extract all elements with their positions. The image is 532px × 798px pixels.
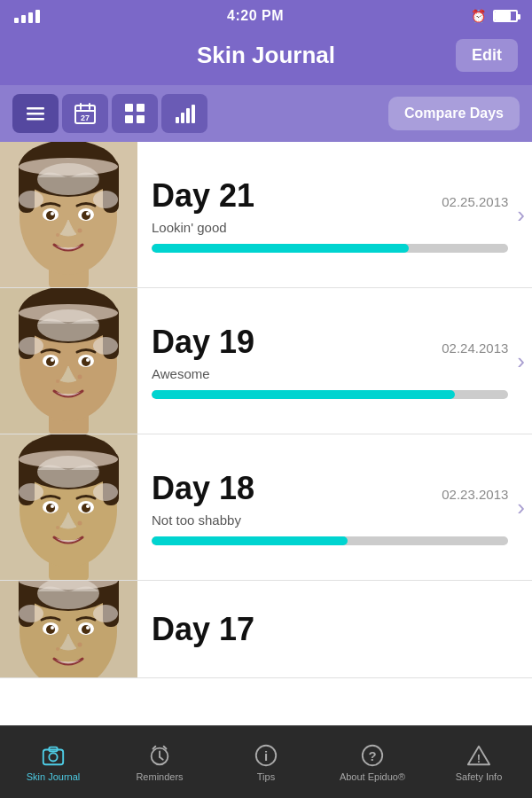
svg-rect-1	[27, 113, 44, 115]
svg-rect-11	[137, 115, 145, 123]
svg-text:i: i	[264, 747, 268, 763]
svg-point-31	[37, 163, 99, 195]
progress-bar-fill	[152, 536, 348, 545]
compare-days-button[interactable]: Compare Days	[388, 97, 520, 130]
nav-reminders[interactable]: Reminders	[106, 726, 213, 798]
entry-date: 02.24.2013	[442, 340, 508, 356]
svg-rect-14	[186, 108, 190, 123]
journal-list: Day 21 02.25.2013 Lookin' good ›	[0, 142, 532, 678]
camera-icon	[41, 743, 66, 768]
svg-point-65	[78, 520, 82, 525]
svg-line-93	[160, 756, 163, 759]
entry-photo	[0, 288, 137, 434]
svg-point-43	[46, 357, 55, 366]
grid-icon	[122, 101, 147, 126]
entry-date: 02.23.2013	[442, 487, 508, 502]
svg-point-86	[19, 605, 43, 622]
signal-icon	[14, 10, 40, 23]
entry-header-row: Day 21 02.25.2013	[152, 177, 508, 215]
svg-point-87	[93, 605, 118, 622]
journal-entry[interactable]: Day 21 02.25.2013 Lookin' good ›	[0, 142, 532, 288]
battery-icon	[493, 10, 518, 22]
entry-content: Day 19 02.24.2013 Awesome	[137, 311, 517, 411]
info-icon: i	[254, 743, 278, 768]
journal-entry[interactable]: Day 19 02.24.2013 Awesome ›	[0, 288, 532, 434]
entry-chevron-icon: ›	[517, 494, 532, 521]
journal-entry[interactable]: Day 18 02.23.2013 Not too shabby ›	[0, 434, 532, 581]
svg-point-45	[51, 358, 54, 362]
svg-point-82	[86, 626, 90, 630]
svg-point-50	[19, 337, 43, 355]
entry-content: Day 18 02.23.2013 Not too shabby	[137, 458, 517, 558]
progress-bar	[152, 390, 508, 399]
svg-point-44	[82, 357, 90, 366]
entry-chevron-icon: ›	[517, 201, 532, 229]
app-header: Skin Journal Edit	[0, 32, 532, 85]
grid-view-button[interactable]	[112, 94, 158, 133]
svg-point-27	[51, 212, 54, 215]
toolbar-icon-group: 27	[12, 94, 207, 133]
svg-point-47	[78, 374, 82, 379]
edit-button[interactable]: Edit	[456, 39, 518, 72]
progress-bar	[152, 244, 508, 253]
nav-about-epiduo-label: About Epiduo®	[340, 771, 405, 782]
progress-bar-fill	[152, 390, 455, 399]
svg-text:27: 27	[81, 113, 90, 122]
entry-mood: Not too shabby	[152, 512, 508, 528]
entry-header-row: Day 18 02.23.2013	[152, 470, 508, 507]
entry-day: Day 21	[152, 177, 254, 215]
question-icon: ?	[360, 743, 385, 768]
svg-point-33	[93, 191, 118, 208]
warning-icon: !	[466, 743, 491, 768]
svg-rect-9	[137, 104, 145, 112]
entry-chevron-icon: ›	[517, 348, 532, 375]
svg-point-79	[46, 625, 55, 634]
svg-point-63	[51, 505, 54, 508]
nav-about-epiduo[interactable]: ? About Epiduo®	[319, 726, 426, 798]
nav-skin-journal[interactable]: Skin Journal	[0, 726, 106, 798]
svg-point-81	[51, 626, 54, 630]
list-icon	[23, 101, 48, 126]
entry-mood: Awesome	[152, 366, 508, 381]
nav-safety-info-label: Safety Info	[456, 771, 503, 782]
entry-day: Day 17	[152, 611, 254, 648]
svg-rect-12	[176, 117, 179, 123]
svg-rect-2	[27, 118, 44, 121]
svg-rect-0	[27, 107, 44, 110]
svg-rect-10	[125, 115, 133, 123]
svg-point-80	[82, 625, 90, 634]
entry-day: Day 18	[152, 470, 254, 507]
status-bar: 4:20 PM ⏰	[0, 0, 532, 32]
svg-point-32	[19, 191, 43, 208]
svg-point-66	[56, 526, 59, 529]
svg-point-68	[19, 483, 43, 501]
svg-point-30	[56, 233, 59, 237]
chart-view-button[interactable]	[161, 94, 207, 133]
entry-content: Day 21 02.25.2013 Lookin' good	[137, 165, 517, 265]
calendar-view-button[interactable]: 27	[62, 94, 108, 133]
svg-rect-8	[125, 104, 133, 112]
svg-point-29	[78, 228, 82, 232]
entry-photo	[0, 142, 137, 288]
svg-point-67	[37, 456, 99, 488]
svg-point-83	[78, 643, 82, 647]
list-view-button[interactable]	[12, 94, 59, 133]
nav-safety-info[interactable]: ! Safety Info	[426, 726, 532, 798]
calendar-icon: 27	[73, 101, 98, 126]
entry-photo	[0, 434, 137, 581]
clock-icon: ⏰	[471, 9, 486, 23]
svg-rect-15	[192, 105, 195, 123]
svg-point-69	[93, 483, 118, 501]
svg-point-25	[46, 211, 55, 220]
journal-entry[interactable]: Day 17	[0, 581, 532, 678]
alarm-icon	[147, 743, 172, 768]
entry-photo	[0, 581, 137, 678]
nav-tips[interactable]: i Tips	[213, 726, 319, 798]
entry-header-row: Day 19 02.24.2013	[152, 324, 508, 361]
progress-bar	[152, 536, 508, 545]
page-title: Skin Journal	[76, 42, 456, 69]
nav-skin-journal-label: Skin Journal	[27, 771, 81, 782]
status-right-icons: ⏰	[471, 9, 518, 23]
svg-point-61	[46, 504, 55, 512]
bottom-nav: Skin Journal Reminders i Tips ? About Ep…	[0, 725, 532, 798]
